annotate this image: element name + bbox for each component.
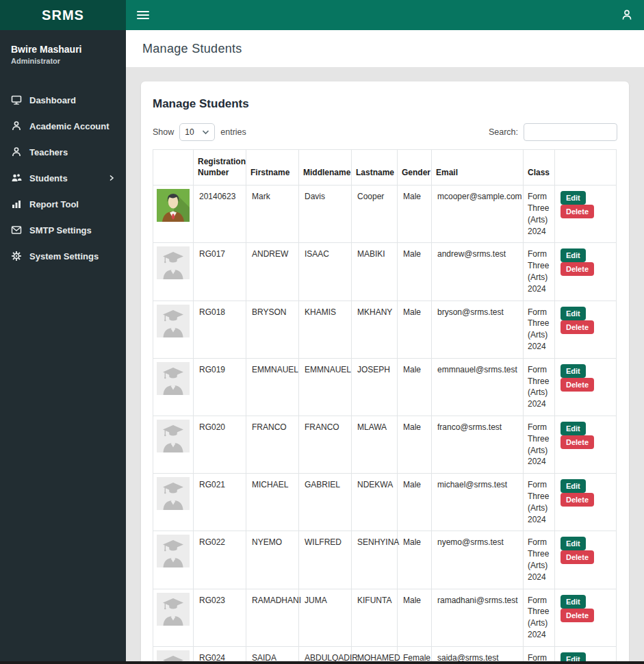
cell-actions: EditDelete <box>555 358 617 416</box>
search-control: Search: <box>489 123 617 141</box>
cell-lastname: MLAWA <box>352 416 398 473</box>
delete-button[interactable]: Delete <box>561 320 594 334</box>
col-firstname: Firstname <box>246 150 299 186</box>
cell-firstname: ANDREW <box>246 243 299 301</box>
cell-gender: Male <box>398 186 432 243</box>
cell-middlename: Davis <box>299 186 352 243</box>
manage-students-card: Manage Students Show 10 entries Search: <box>141 81 629 664</box>
edit-button[interactable]: Edit <box>561 595 586 609</box>
delete-button[interactable]: Delete <box>561 205 594 218</box>
cell-actions: EditDelete <box>555 474 617 531</box>
page-length-control: Show 10 entries <box>153 123 246 141</box>
sidebar-menu: Dashboard Academic Account Teachers Stud… <box>0 87 126 269</box>
page-title: Manage Students <box>142 42 242 56</box>
sidebar-item-students[interactable]: Students <box>0 165 126 191</box>
cell-class: Form Three (Arts) 2024 <box>524 243 555 301</box>
delete-button[interactable]: Delete <box>561 262 594 276</box>
sidebar-item-smtp-settings[interactable]: SMTP Settings <box>0 217 126 243</box>
edit-button[interactable]: Edit <box>561 479 586 493</box>
cell-gender: Male <box>398 416 432 473</box>
page-length-select[interactable]: 10 <box>179 123 215 141</box>
table-row: RG023 RAMADHANI JUMA KIFUNTA Male ramadh… <box>153 589 617 646</box>
student-avatar-placeholder <box>157 535 190 567</box>
cell-photo <box>153 474 194 531</box>
edit-button[interactable]: Edit <box>561 364 586 378</box>
table-controls: Show 10 entries Search: <box>153 123 617 141</box>
delete-button[interactable]: Delete <box>561 435 594 449</box>
table-row: RG019 EMMNAUEL EMMNAUEL JOSEPH Male emmn… <box>153 358 617 416</box>
table-row: RG021 MICHAEL GABRIEL NDEKWA Male michae… <box>153 474 617 531</box>
cell-email: emmnauel@srms.test <box>432 358 524 416</box>
table-row: RG020 FRANCO FRANCO MLAWA Male franco@sr… <box>153 416 617 473</box>
sidebar-item-label: SMTP Settings <box>29 225 92 235</box>
delete-button[interactable]: Delete <box>561 609 594 622</box>
cell-class: Form Three (Arts) 2024 <box>524 416 555 473</box>
sidebar-item-label: System Settings <box>29 251 99 261</box>
sidebar-item-academic-account[interactable]: Academic Account <box>0 113 126 139</box>
cell-firstname: MICHAEL <box>246 474 299 531</box>
cell-registration-number: RG017 <box>194 243 246 301</box>
sidebar-item-label: Academic Account <box>29 121 110 131</box>
student-avatar-placeholder <box>157 420 190 452</box>
cell-lastname: NDEKWA <box>352 474 398 531</box>
edit-button[interactable]: Edit <box>561 191 586 205</box>
cell-gender: Male <box>398 531 432 589</box>
table-row: 20140623 Mark Davis Cooper Male mcooper@… <box>153 186 617 243</box>
page-titlebar: Manage Students <box>126 30 644 67</box>
cell-email: nyemo@srms.test <box>432 531 524 589</box>
cell-registration-number: RG018 <box>194 301 246 358</box>
col-gender: Gender <box>398 150 432 186</box>
cell-middlename: FRANCO <box>299 416 352 473</box>
cell-firstname: BRYSON <box>246 301 299 358</box>
cell-registration-number: 20140623 <box>194 186 246 243</box>
sidebar-item-teachers[interactable]: Teachers <box>0 139 126 165</box>
cell-firstname: NYEMO <box>246 531 299 589</box>
card-title: Manage Students <box>153 97 617 111</box>
cell-gender: Male <box>398 589 432 646</box>
cell-actions: EditDelete <box>555 301 617 358</box>
students-table: Registration Number Firstname Middlename… <box>153 149 617 664</box>
account-user-icon[interactable] <box>621 9 633 21</box>
cell-gender: Male <box>398 358 432 416</box>
delete-button[interactable]: Delete <box>561 550 594 564</box>
delete-button[interactable]: Delete <box>561 493 594 507</box>
cell-email: bryson@srms.test <box>432 301 524 358</box>
table-row: RG022 NYEMO WILFRED SENHYINA Male nyemo@… <box>153 531 617 589</box>
dashboard-icon <box>11 94 22 105</box>
sidebar-item-report-tool[interactable]: Report Tool <box>0 191 126 217</box>
search-input[interactable] <box>524 123 617 141</box>
cell-lastname: Cooper <box>352 186 398 243</box>
cell-photo <box>153 301 194 358</box>
cell-actions: EditDelete <box>555 589 617 646</box>
col-actions <box>555 150 617 186</box>
cell-actions: EditDelete <box>555 416 617 473</box>
edit-button[interactable]: Edit <box>561 307 586 320</box>
user-name: Bwire Mashauri <box>11 44 115 55</box>
edit-button[interactable]: Edit <box>561 422 586 435</box>
sidebar-item-label: Teachers <box>29 147 68 157</box>
cell-gender: Male <box>398 474 432 531</box>
cell-photo <box>153 416 194 473</box>
sidebar: SRMS Bwire Mashauri Administrator Dashbo… <box>0 0 126 664</box>
cell-registration-number: RG021 <box>194 474 246 531</box>
student-avatar-placeholder <box>157 477 190 510</box>
edit-button[interactable]: Edit <box>561 537 586 550</box>
cell-registration-number: RG020 <box>194 416 246 473</box>
sidebar-user-block: Bwire Mashauri Administrator <box>0 30 126 69</box>
search-label: Search: <box>489 127 518 137</box>
chevron-down-icon <box>202 129 209 135</box>
cell-photo <box>153 531 194 589</box>
col-registration-number: Registration Number <box>194 150 246 186</box>
app-logo[interactable]: SRMS <box>0 0 126 30</box>
hamburger-menu-icon[interactable] <box>137 11 149 19</box>
delete-button[interactable]: Delete <box>561 378 594 392</box>
sidebar-item-system-settings[interactable]: System Settings <box>0 243 126 269</box>
cell-class: Form Three (Arts) 2024 <box>524 531 555 589</box>
edit-button[interactable]: Edit <box>561 248 586 262</box>
sidebar-item-dashboard[interactable]: Dashboard <box>0 87 126 113</box>
cell-gender: Male <box>398 243 432 301</box>
cell-email: andrew@srms.test <box>432 243 524 301</box>
user-icon <box>11 120 22 131</box>
cell-middlename: JUMA <box>299 589 352 646</box>
cell-lastname: MKHANY <box>352 301 398 358</box>
